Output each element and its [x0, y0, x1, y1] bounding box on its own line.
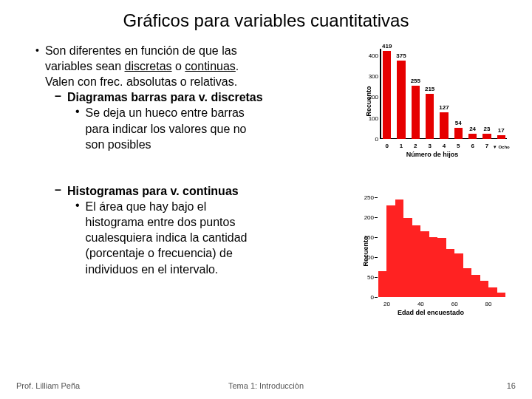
page-title: Gráficos para variables cuantitativas [0, 0, 532, 38]
sub2-1d: (porcentaje o frecuencia) de [86, 247, 233, 259]
bar-ytick: 100 [365, 115, 378, 121]
bar-category-label: 4 [443, 143, 446, 149]
hist-bin [395, 200, 403, 297]
bar-item: 4190 [383, 51, 391, 139]
content-area: • Son diferentes en función de que las v… [0, 43, 532, 315]
hist-xtick: 20 [383, 301, 390, 307]
bar-category-label: 5 [457, 143, 460, 149]
intro-word-continuas: continuas [185, 60, 236, 72]
bar-value-label: 23 [484, 126, 491, 132]
bar-ytick: 0 [365, 136, 378, 143]
intro-line2a: variables sean [45, 60, 125, 72]
bullet-dot-icon: • [75, 105, 80, 151]
hist-ytick: 0 [359, 294, 374, 301]
bullet-sub2-detail: • El área que hay bajo el histograma ent… [75, 199, 347, 277]
footer-mid: Tema 1: Introducciòn [228, 381, 304, 390]
bar-value-label: 375 [396, 52, 406, 59]
intro-line2e: . [236, 60, 239, 72]
bar-value-label: 419 [382, 43, 392, 50]
hist-ytick: 100 [359, 254, 374, 261]
bar-category-label: 1 [400, 143, 403, 149]
bullet-sub1-detail: • Se deja un hueco entre barras para ind… [75, 105, 350, 151]
bar-value-label: 54 [455, 120, 462, 126]
hist-bin [386, 205, 395, 297]
footer-left: Prof. Lilliam Peña [16, 381, 80, 390]
intro-line1: Son diferentes en función de que las [45, 44, 237, 57]
sub1-1a: Se deja un hueco entre barras [86, 106, 245, 119]
histogram-chart: Recuento Edad del encuestado 05010015020… [347, 183, 511, 315]
intro-line3: Valen con frec. absolutas o relativas. [45, 75, 237, 88]
sub1-1b: para indicar los valores que no [86, 123, 247, 135]
hist-bin [412, 225, 420, 297]
bar-item: 545 [454, 128, 463, 139]
hist-bin [429, 237, 437, 297]
bar-item: 2153 [426, 94, 434, 139]
hist-bin [497, 293, 505, 297]
bullet-sub-discretas: – Diagramas barras para v. discretas [55, 89, 350, 105]
bar-category-label: 0 [385, 143, 388, 149]
bullet-dot-icon: • [35, 44, 39, 91]
hist-bin [420, 231, 429, 297]
bar-y-axis [380, 49, 381, 139]
hist-bin [488, 287, 497, 297]
bar-category-label: ▼ Ocho [493, 145, 510, 149]
hist-bin [446, 249, 454, 297]
bar-value-label: 24 [469, 126, 476, 132]
bar-value-label: 255 [411, 78, 420, 84]
hist-xtick: 40 [417, 301, 424, 307]
bar-item: 2552 [412, 86, 420, 139]
bar-value-label: 17 [498, 127, 505, 134]
sub2-1a: El área que hay bajo el [86, 200, 207, 213]
bar-category-label: 2 [414, 143, 417, 149]
bar-ylabel: Recuento [365, 86, 372, 116]
bar-ytick: 400 [365, 52, 378, 58]
bar-value-label: 215 [425, 86, 434, 92]
sub2-1c: cualesquiera indica la cantidad [86, 231, 248, 244]
bar-chart: Recuento Número de hijos 419037512552215… [350, 43, 511, 158]
bar-item: 246 [468, 134, 477, 139]
hist-ytick: 200 [359, 214, 374, 221]
footer: Prof. Lilliam Peña Tema 1: Introducciòn … [0, 381, 532, 390]
hist-ytick: 150 [359, 234, 374, 241]
bar-item: 237 [482, 134, 491, 139]
intro-word-discretas: discretas [125, 60, 172, 72]
hist-ytick: 250 [359, 194, 374, 201]
bar-bars-container: 4190375125522153127454524623717▼ Ocho [383, 49, 505, 139]
sub2-text: Histogramas para v. continuas [67, 183, 239, 199]
bar-item: 3751 [397, 61, 405, 139]
section-continuous: – Histogramas para v. continuas • El áre… [28, 183, 511, 315]
hist-bin [471, 275, 480, 297]
hist-xlabel: Edad del encuestado [398, 309, 464, 316]
footer-page-number: 16 [507, 381, 516, 390]
bar-item: 1274 [440, 112, 448, 139]
bullet-dot-icon: • [75, 199, 80, 277]
bar-value-label: 127 [439, 104, 449, 111]
dash-icon: – [55, 183, 61, 199]
bar-item: 17▼ Ocho [497, 135, 505, 139]
dash-icon: – [55, 89, 61, 105]
hist-bin [378, 271, 386, 297]
hist-xtick: 80 [485, 301, 492, 307]
sub2-1b: histograma entre dos puntos [86, 216, 236, 228]
bar-category-label: 6 [471, 143, 474, 149]
sub2-1e: individuos en el intervalo. [86, 263, 219, 276]
hist-bin [454, 253, 463, 297]
hist-xtick: 60 [451, 301, 458, 307]
hist-bin [463, 268, 471, 297]
section-discrete: • Son diferentes en función de que las v… [28, 43, 511, 158]
text-col-1: • Son diferentes en función de que las v… [28, 43, 350, 152]
bar-ytick: 300 [365, 72, 378, 79]
hist-bin [437, 238, 446, 297]
hist-bin [403, 218, 412, 297]
sub1-text: Diagramas barras para v. discretas [67, 89, 263, 105]
sub1-1c: son posibles [86, 138, 151, 151]
bar-xlabel: Número de hijos [406, 151, 459, 158]
hist-bin [480, 281, 488, 297]
intro-line2c: o [172, 60, 185, 72]
hist-bars-container [378, 194, 505, 297]
text-col-2: – Histogramas para v. continuas • El áre… [28, 183, 347, 277]
bullet-sub-continuas: – Histogramas para v. continuas [55, 183, 347, 199]
bar-ytick: 200 [365, 94, 378, 100]
bullet-main: • Son diferentes en función de que las v… [35, 43, 350, 89]
bar-category-label: 3 [428, 143, 431, 149]
